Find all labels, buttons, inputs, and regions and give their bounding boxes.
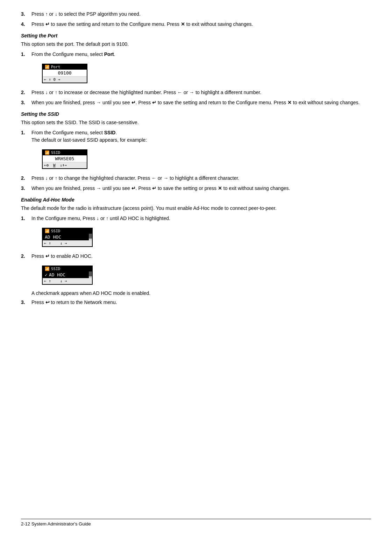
port-screen-value: 09100 <box>43 70 87 77</box>
ssid-step-3: 3. When you are finished, press → until … <box>21 185 371 192</box>
ssid-step-1: 1. From the Configure menu, select SSID.… <box>21 129 371 144</box>
adhoc-screen1-container: 📶 SSID AD HOC ← ↑ ↓ → <box>31 225 371 250</box>
section-port-intro: This option sets the port. The default p… <box>21 41 371 48</box>
port-step-3: 3. When you are finished, press → until … <box>21 99 371 106</box>
section-adhoc-intro: The default mode for the radio is infras… <box>21 205 371 212</box>
section-ssid-intro: This option sets the SSID. The SSID is c… <box>21 119 371 126</box>
adhoc-item-highlighted: AD HOC <box>43 234 88 240</box>
port-screen: 📶 Port 09100 ← ↑ 0 → <box>42 64 87 83</box>
port-step-1: 1. From the Configure menu, select Port. <box>21 51 371 58</box>
adhoc-step-1: 1. In the Configure menu, Press ↓ or ↑ u… <box>21 215 371 222</box>
section-port-heading: Setting the Port <box>21 33 371 38</box>
ssid-screen: 📶 SSID WRHSE05 ←⚙ W ↓⬆→ <box>42 149 87 169</box>
adhoc-screen2-body: ✓ AD HOC <box>43 271 92 278</box>
ssid-screen-nav: ←⚙ W ↓⬆→ <box>43 162 87 168</box>
ssid-screen-title: 📶 SSID <box>43 150 87 155</box>
adhoc-screen2-title: 📶 SSID <box>43 266 92 271</box>
adhoc-scrollbar-1 <box>88 234 92 240</box>
adhoc-screen-1: 📶 SSID AD HOC ← ↑ ↓ → <box>42 228 93 247</box>
section-adhoc-heading: Enabling Ad-Hoc Mode <box>21 197 371 203</box>
step-3-psp: 3. Press ↑ or ↓ to select the PSP algori… <box>21 10 371 18</box>
adhoc-screen2-container: 📶 SSID ✓ AD HOC ← ↑ ↓ → <box>31 263 371 288</box>
adhoc-screen2-nav: ← ↑ ↓ → <box>43 278 92 284</box>
adhoc-item-checked: ✓ AD HOC <box>43 271 88 278</box>
ssid-screen-container: 📶 SSID WRHSE05 ←⚙ W ↓⬆→ <box>31 147 371 172</box>
page-footer: 2-12 System Administrator's Guide <box>21 519 371 527</box>
step-4-psp: 4. Press ↵ to save the setting and retur… <box>21 21 371 28</box>
adhoc-screen1-nav: ← ↑ ↓ → <box>43 240 92 246</box>
adhoc-screen1-body: AD HOC <box>43 234 92 240</box>
ssid-screen-value: WRHSE05 <box>43 155 87 162</box>
port-step-2: 2. Press ↓ or ↑ to increase or decrease … <box>21 89 371 96</box>
port-screen-title: 📶 Port <box>43 64 87 70</box>
ssid-step-2: 2. Press ↓ or ↑ to change the highlighte… <box>21 175 371 182</box>
port-screen-container: 📶 Port 09100 ← ↑ 0 → <box>31 61 371 86</box>
adhoc-step-2: 2. Press ↵ to enable AD HOC. <box>21 253 371 260</box>
adhoc-screen1-title: 📶 SSID <box>43 228 92 234</box>
port-screen-nav: ← ↑ 0 → <box>43 77 87 83</box>
section-ssid-heading: Setting the SSID <box>21 111 371 117</box>
adhoc-step-3: 3. Press ↩ to return to the Network menu… <box>21 299 371 306</box>
adhoc-screen-2: 📶 SSID ✓ AD HOC ← ↑ ↓ → <box>42 266 93 285</box>
adhoc-scrollbar-2 <box>88 271 92 278</box>
adhoc-checkmark-note: A checkmark appears when AD HOC mode is … <box>31 290 371 296</box>
